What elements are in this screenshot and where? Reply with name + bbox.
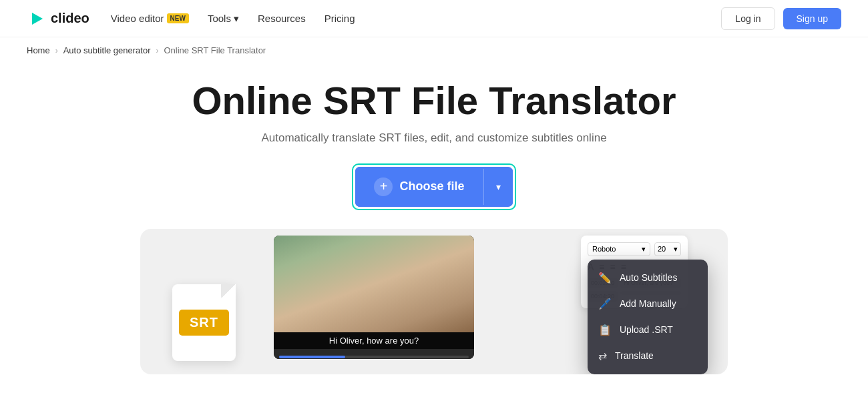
choose-file-border: + Choose file ▾: [352, 163, 515, 210]
auto-subtitles-label: Auto Subtitles: [620, 272, 677, 283]
login-button[interactable]: Log in: [721, 7, 775, 30]
breadcrumb-current: Online SRT File Translator: [164, 45, 266, 55]
upload-srt-label: Upload .SRT: [620, 324, 673, 335]
page-title: Online SRT File Translator: [192, 79, 676, 122]
auto-subtitles-icon: ✏️: [598, 272, 612, 284]
translate-icon: ⇄: [598, 350, 607, 362]
nav-label-resources: Resources: [258, 13, 306, 24]
choose-file-dropdown-arrow[interactable]: ▾: [484, 169, 513, 205]
video-frame: [274, 236, 474, 332]
font-size: 20: [658, 245, 666, 253]
video-timeline: [274, 349, 474, 359]
srt-label: SRT: [179, 310, 229, 336]
nav-label-tools: Tools: [208, 13, 231, 24]
header: clideo Video editor NEW Tools Resources …: [0, 0, 868, 37]
plus-icon: +: [374, 177, 393, 196]
breadcrumb-sep-1: ›: [55, 46, 58, 55]
dropdown-item-auto-subtitles[interactable]: ✏️ Auto Subtitles: [588, 265, 708, 291]
tools-chevron-icon: [234, 13, 239, 25]
breadcrumb-home[interactable]: Home: [27, 45, 50, 55]
font-chevron-icon: ▾: [642, 245, 646, 254]
video-player: Hi Oliver, how are you?: [274, 236, 474, 359]
choose-file-main[interactable]: + Choose file: [355, 167, 483, 207]
dropdown-item-upload-srt[interactable]: 📋 Upload .SRT: [588, 317, 708, 343]
timeline-progress: [279, 356, 345, 358]
signup-button[interactable]: Sign up: [783, 8, 841, 29]
add-manually-icon: 🖊️: [598, 298, 612, 310]
nav-item-resources[interactable]: Resources: [258, 13, 306, 24]
editor-top-controls: Roboto ▾ 20 ▾: [588, 242, 681, 256]
hero-subtitle: Automatically translate SRT files, edit,…: [261, 131, 606, 145]
breadcrumb-parent[interactable]: Auto subtitle generator: [63, 45, 151, 55]
choose-file-button[interactable]: + Choose file ▾: [355, 167, 512, 207]
choose-file-label: Choose file: [399, 179, 464, 193]
nav-item-tools[interactable]: Tools: [208, 13, 239, 25]
choose-file-wrapper: + Choose file ▾: [352, 163, 515, 210]
font-name: Roboto: [592, 245, 616, 253]
video-subtitle: Hi Oliver, how are you?: [274, 332, 474, 349]
breadcrumb-sep-2: ›: [156, 46, 159, 55]
subtitles-dropdown-menu: ✏️ Auto Subtitles 🖊️ Add Manually 📋 Uplo…: [588, 260, 708, 374]
hero-section: Online SRT File Translator Automatically…: [0, 63, 868, 374]
nav-item-pricing[interactable]: Pricing: [324, 13, 355, 24]
nav-item-video-editor[interactable]: Video editor NEW: [111, 13, 189, 24]
srt-paper: SRT: [172, 284, 236, 361]
add-manually-label: Add Manually: [620, 298, 676, 309]
translate-label: Translate: [615, 350, 654, 361]
upload-srt-icon: 📋: [598, 324, 612, 336]
preview-background: SRT Hi Oliver, how are you?: [140, 229, 728, 374]
preview-area: SRT Hi Oliver, how are you?: [134, 229, 734, 374]
size-selector[interactable]: 20 ▾: [654, 242, 681, 256]
dropdown-item-translate[interactable]: ⇄ Translate: [588, 343, 708, 369]
timeline-bar: [279, 356, 469, 358]
header-left: clideo Video editor NEW Tools Resources …: [27, 9, 355, 28]
font-selector[interactable]: Roboto ▾: [588, 242, 650, 256]
new-badge: NEW: [167, 13, 189, 23]
video-thumbnail: [274, 236, 474, 332]
breadcrumb: Home › Auto subtitle generator › Online …: [0, 37, 868, 63]
logo-icon: [27, 9, 45, 28]
header-right: Log in Sign up: [721, 7, 841, 30]
logo[interactable]: clideo: [27, 9, 89, 28]
main-nav: Video editor NEW Tools Resources Pricing: [111, 13, 355, 25]
nav-label-pricing: Pricing: [324, 13, 355, 24]
dropdown-item-add-manually[interactable]: 🖊️ Add Manually: [588, 291, 708, 317]
nav-label-video-editor: Video editor: [111, 13, 164, 24]
logo-wordmark: clideo: [51, 11, 89, 26]
dropdown-chevron-icon: ▾: [496, 181, 501, 192]
svg-marker-0: [32, 13, 43, 25]
srt-file-icon: SRT: [172, 284, 236, 361]
size-chevron-icon: ▾: [674, 245, 678, 254]
